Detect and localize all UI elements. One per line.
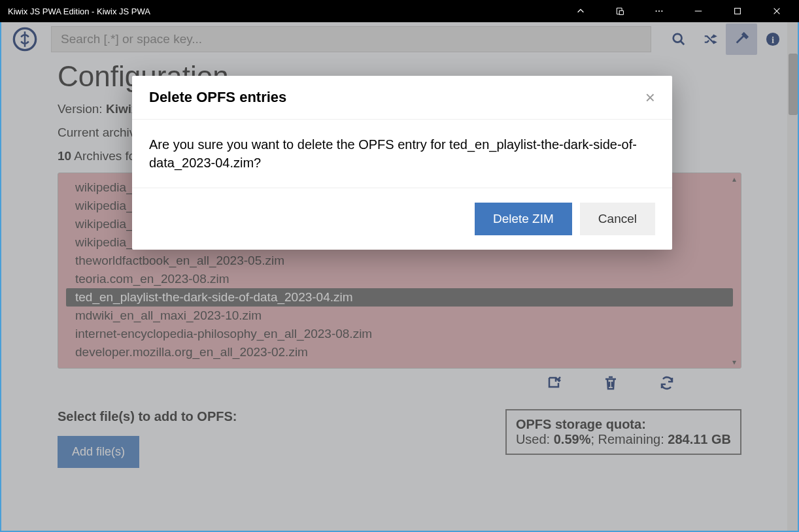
delete-zim-button[interactable]: Delete ZIM	[475, 203, 572, 235]
titlebar-tablet-icon[interactable]	[608, 1, 632, 21]
window-title: Kiwix JS PWA Edition - Kiwix JS PWA	[8, 7, 569, 16]
cancel-button[interactable]: Cancel	[580, 203, 655, 235]
svg-rect-1	[619, 10, 623, 14]
svg-point-2	[656, 10, 657, 12]
titlebar-chevron-icon[interactable]	[569, 1, 592, 21]
dialog-body: Are you sure you want to delete the OPFS…	[132, 120, 672, 188]
delete-confirm-dialog: Delete OPFS entries × Are you sure you w…	[132, 76, 672, 250]
dialog-close-icon[interactable]: ×	[645, 89, 655, 106]
window-minimize-button[interactable]	[687, 1, 710, 21]
svg-rect-6	[735, 8, 741, 14]
window-maximize-button[interactable]	[726, 1, 749, 21]
window-close-button[interactable]	[765, 1, 789, 21]
window-titlebar: Kiwix JS PWA Edition - Kiwix JS PWA	[0, 0, 799, 22]
svg-point-4	[661, 10, 662, 12]
svg-point-3	[658, 10, 660, 12]
dialog-title: Delete OPFS entries	[149, 89, 645, 106]
titlebar-more-icon[interactable]	[647, 1, 671, 21]
